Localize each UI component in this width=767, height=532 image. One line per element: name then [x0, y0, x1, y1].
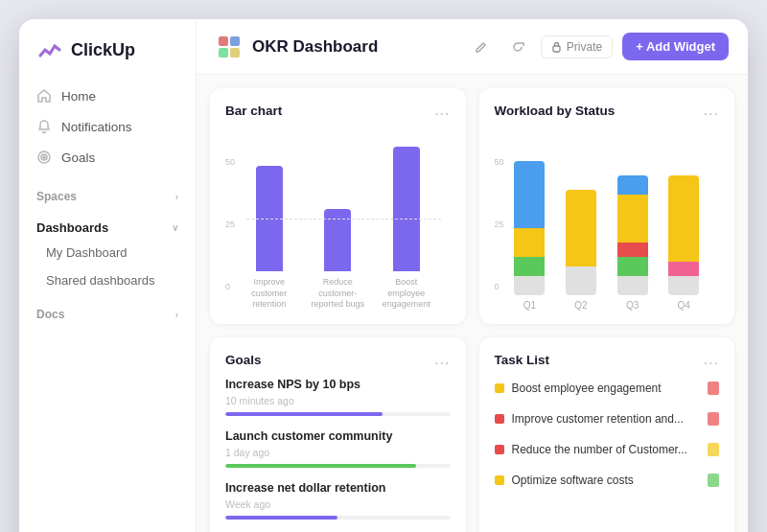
edit-icon-btn[interactable] — [468, 34, 495, 60]
private-badge[interactable]: Private — [541, 35, 613, 58]
stacked-segment — [514, 228, 545, 257]
goal-progress-row — [225, 464, 451, 468]
main-content: OKR Dashboard — [197, 19, 748, 532]
bar-chart-widget: Bar chart ... 50 25 0 Improve customer r… — [210, 88, 466, 324]
topbar-left: OKR Dashboard — [216, 34, 378, 60]
goal-bar-fill — [225, 516, 337, 520]
stacked-segment — [617, 257, 648, 276]
task-name: Reduce the number of Customer... — [512, 443, 687, 456]
task-left: Boost employee engagement — [495, 382, 662, 395]
stacked-segment — [617, 276, 648, 295]
bar-chart-inner: 50 25 0 Improve customer retentionReduce… — [225, 157, 451, 311]
dashboard-grid-icon — [216, 34, 243, 60]
home-icon — [36, 88, 52, 104]
stacked-segment — [617, 175, 648, 195]
goals-widget-more[interactable]: ... — [434, 351, 450, 368]
goal-bar-fill — [225, 464, 416, 468]
stacked-bar — [566, 190, 596, 295]
stacked-segment — [668, 175, 699, 262]
stacked-quarter-label: Q4 — [678, 300, 690, 311]
svg-rect-5 — [219, 48, 228, 58]
task-flag — [708, 382, 719, 395]
goal-time: 10 minutes ago — [225, 395, 451, 406]
goal-item: Increase net dollar retentionWeek ago — [225, 481, 451, 520]
goal-bar-track — [225, 412, 451, 416]
task-flag — [708, 474, 719, 487]
bar-label: Improve customer retention — [241, 277, 298, 311]
workload-chart-header: Workload by Status ... — [495, 102, 720, 119]
task-item: Optimize software costs — [495, 470, 720, 491]
goal-name: Increase net dollar retention — [225, 481, 451, 495]
sidebar-item-goals[interactable]: Goals — [19, 142, 196, 173]
stacked-segment — [514, 161, 545, 228]
bar-chart-header: Bar chart ... — [225, 102, 451, 119]
stacked-segment — [566, 247, 596, 266]
task-name: Optimize software costs — [512, 474, 634, 487]
task-list-more[interactable]: ... — [704, 351, 719, 368]
workload-chart-title: Workload by Status — [495, 104, 616, 118]
stacked-segment — [514, 257, 545, 276]
task-flag — [708, 412, 719, 426]
app-window: ClickUp Home Notifications — [19, 19, 748, 532]
sidebar-item-notifications-label: Notifications — [61, 120, 132, 134]
add-widget-button[interactable]: + Add Widget — [622, 33, 729, 60]
bar-group: Reduce customer- reported bugs — [304, 209, 373, 311]
stacked-segment — [668, 276, 699, 295]
goal-name: Increase NPS by 10 bps — [225, 378, 451, 391]
stacked-segment — [566, 190, 596, 247]
svg-point-2 — [43, 156, 45, 158]
bar-label: Reduce customer- reported bugs — [309, 277, 366, 311]
topbar: OKR Dashboard — [197, 19, 748, 75]
task-dot — [495, 414, 504, 424]
task-item: Reduce the number of Customer... — [495, 439, 720, 460]
svg-rect-3 — [219, 36, 228, 46]
task-left: Improve customer retention and... — [495, 412, 684, 426]
task-name: Improve customer retention and... — [512, 412, 684, 426]
task-left: Reduce the number of Customer... — [495, 443, 687, 456]
sidebar-item-home[interactable]: Home — [19, 81, 196, 111]
goal-time: Week ago — [225, 498, 451, 510]
shared-dashboards-label: Shared dashboards — [46, 273, 154, 288]
spaces-label: Spaces — [36, 190, 77, 203]
dashboards-chevron: ∨ — [172, 222, 178, 233]
goal-bar-fill — [225, 412, 383, 416]
bar-label: Boost employee engagement — [378, 277, 435, 311]
target-icon — [36, 150, 52, 165]
stacked-segment — [668, 262, 699, 276]
stacked-bar-group: Q2 — [566, 190, 596, 311]
bar-column — [393, 147, 420, 271]
sidebar-item-notifications[interactable]: Notifications — [19, 111, 196, 142]
workload-chart-more[interactable]: ... — [704, 102, 719, 119]
sidebar-item-shared-dashboards[interactable]: Shared dashboards — [19, 266, 196, 294]
stacked-bar — [668, 175, 699, 295]
bar-chart-area: 50 25 0 Improve customer retentionReduce… — [225, 128, 451, 311]
sidebar: ClickUp Home Notifications — [19, 19, 197, 532]
sidebar-item-my-dashboard[interactable]: My Dashboard — [19, 239, 196, 266]
sidebar-item-home-label: Home — [61, 89, 96, 104]
stacked-segment — [617, 243, 648, 257]
goal-bar-track — [225, 516, 451, 520]
bar-chart-more[interactable]: ... — [434, 102, 450, 119]
sidebar-section-docs[interactable]: Docs › — [19, 294, 196, 325]
svg-rect-6 — [230, 48, 240, 58]
goals-widget-header: Goals ... — [225, 351, 451, 368]
workload-chart-widget: Workload by Status ... 50 25 0 Q1Q2Q3Q4 — [479, 88, 735, 324]
stacked-quarter-label: Q1 — [523, 300, 536, 311]
stacked-chart-inner: 50 25 0 Q1Q2Q3Q4 — [495, 157, 720, 311]
goal-item: Increase NPS by 10 bps10 minutes ago — [225, 378, 451, 416]
goals-widget-title: Goals — [225, 353, 262, 367]
svg-rect-4 — [230, 36, 240, 46]
docs-label: Docs — [36, 308, 64, 321]
task-list: Boost employee engagementImprove custome… — [495, 378, 720, 532]
sidebar-bottom: S ·· — [19, 525, 196, 532]
stacked-segment — [566, 266, 596, 295]
goal-time: 1 day ago — [225, 447, 451, 458]
sidebar-section-spaces[interactable]: Spaces › — [19, 176, 196, 207]
logo-text: ClickUp — [71, 40, 135, 60]
sidebar-section-dashboards[interactable]: Dashboards ∨ — [19, 207, 196, 239]
topbar-title: OKR Dashboard — [252, 37, 378, 57]
stacked-segment — [514, 276, 545, 295]
spaces-chevron: › — [175, 192, 178, 202]
refresh-icon-btn[interactable] — [504, 34, 531, 60]
goal-bar-track — [225, 464, 451, 468]
